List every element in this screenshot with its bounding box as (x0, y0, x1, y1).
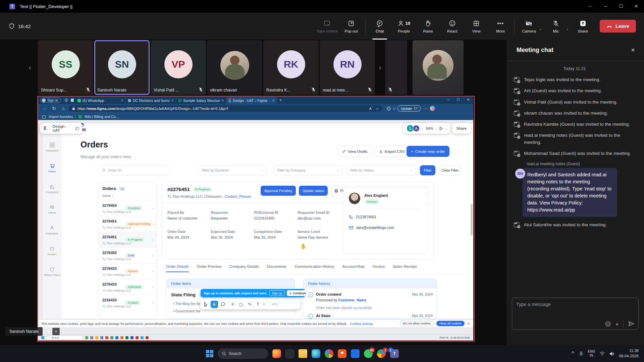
create-new-order-button[interactable]: + Create new order (407, 146, 449, 157)
refresh-icon[interactable]: ↻ (50, 106, 58, 111)
chrome-profile-icon[interactable]: 1 (377, 349, 386, 358)
collaborator-avatar[interactable]: A (413, 125, 420, 132)
figma-menu-chevron-icon[interactable]: ⌄ (48, 127, 51, 130)
app-icon[interactable] (146, 336, 149, 339)
tab-order-details[interactable]: Order Details (166, 264, 189, 272)
video-tile[interactable]: RK Ravindra K... (263, 40, 319, 95)
app-icon[interactable] (130, 336, 133, 339)
app-icon[interactable] (136, 336, 139, 339)
allow-cookies-button[interactable]: Allow all cookies (436, 321, 465, 326)
sidebar-item-dashboard[interactable]: Dashboard (43, 142, 61, 163)
avatars-chevron-icon[interactable]: ⌄ (422, 127, 424, 130)
browser-menu-icon[interactable]: ⋯ (423, 106, 427, 111)
present-chevron-icon[interactable]: ⌄ (445, 127, 447, 130)
browser-close-button[interactable]: ✕ (463, 97, 473, 103)
people-button[interactable]: 10 People (392, 13, 416, 40)
contact-person-link[interactable]: Contact_Person. (225, 194, 252, 198)
window-close-button[interactable]: ✕ (629, 0, 644, 13)
whatsapp-icon[interactable]: 81 (364, 349, 373, 358)
vscode-icon[interactable] (351, 349, 360, 358)
attach-plus-icon[interactable]: + (615, 321, 619, 327)
zoom-level[interactable]: 94% (426, 126, 433, 130)
collaborator-avatar[interactable]: S (407, 125, 414, 132)
app-icon[interactable] (100, 336, 103, 339)
tray-chevron-icon[interactable]: ^ (572, 351, 574, 357)
frame-tool-icon[interactable]: #⌄ (231, 302, 236, 307)
figma-toolbar-pill[interactable]: ⌄ Design - UAT (40, 123, 83, 134)
google-continue-button[interactable]: GContinue (287, 290, 308, 296)
mini-search[interactable]: ⌕ Search (46, 336, 83, 340)
tab-account-rep[interactable]: Account Rep (342, 264, 365, 272)
start-icon[interactable] (41, 336, 44, 339)
spotlight-tile[interactable] (413, 40, 464, 95)
filter-apply-button[interactable]: Filter (420, 165, 435, 175)
order-list-item[interactable]: 2276433TL Flex Holdings LLCSubmitted› (99, 279, 156, 295)
browser-tab-active[interactable]: Design - UAT – Figma✕ (226, 97, 277, 104)
firefox-icon[interactable] (272, 349, 281, 358)
react-button[interactable]: React (440, 13, 464, 40)
browser-profile-button[interactable]: Sign in (41, 98, 61, 103)
sidebar-item-companies[interactable]: Companies (43, 184, 61, 205)
order-id-search-input[interactable]: Order ID (99, 165, 170, 175)
window-minimize-button[interactable]: ─ (598, 0, 613, 13)
back-icon[interactable]: ← (41, 106, 49, 111)
hand-tool-icon[interactable]: ✋ (211, 301, 218, 308)
video-tile[interactable]: vikram chavan (207, 40, 262, 95)
read-aloud-icon[interactable]: A⌃ (369, 106, 374, 111)
sidebar-item-clients[interactable]: Clients (43, 205, 61, 226)
app-icon[interactable] (115, 336, 118, 339)
mic-button[interactable]: Mic (544, 19, 568, 33)
tab-close-icon[interactable]: ✕ (222, 99, 224, 102)
tiles-scroll-left-icon[interactable]: ‹ (26, 60, 34, 75)
pop-out-button[interactable]: Pop out (339, 13, 363, 40)
chat-input[interactable] (516, 302, 634, 307)
app-icon[interactable] (285, 349, 294, 358)
home-icon[interactable]: ⌂ (59, 106, 67, 111)
chat-input-box[interactable]: + (512, 298, 639, 330)
contact-email[interactable]: alex@vstatefilings.com (356, 226, 394, 230)
approval-pending-button[interactable]: Approval Pending (261, 186, 296, 196)
order-list-item[interactable]: 2216433TL Flex Holdings LLCCreated› (99, 295, 156, 310)
view-drafts-button[interactable]: View Drafts (338, 146, 372, 157)
app-icon[interactable] (110, 336, 113, 339)
sidebar-item-vendors[interactable]: Vendors (43, 246, 61, 267)
chat-close-icon[interactable]: ✕ (631, 47, 635, 53)
filter-company-select[interactable]: Filter by Company⌄ (273, 165, 343, 175)
bookmark-bills[interactable]: Bills | Billing and Co... (85, 115, 118, 119)
filter-clear-button[interactable]: Clear Filter (439, 165, 461, 175)
address-bar[interactable]: https://www.figma.com/design/9BKQ0FOHRWa… (69, 105, 382, 112)
app-icon[interactable] (95, 336, 98, 339)
zoom-chevron-icon[interactable]: ⌄ (435, 127, 438, 130)
window-more-icon[interactable]: ⋯ (582, 0, 598, 13)
sidebar-item-refresh-token[interactable]: Refresh Token (43, 267, 61, 288)
browser-maximize-button[interactable]: ☐ (453, 97, 463, 103)
actions-tool-icon[interactable]: ⁘ (262, 302, 266, 307)
sidebar-item-employees[interactable]: Employees (43, 226, 61, 246)
more-button[interactable]: ••• More (488, 13, 513, 40)
browser-tab[interactable]: (6) WhatsApp✕ (75, 97, 126, 104)
app-icon[interactable] (85, 336, 88, 339)
export-csv-button[interactable]: Export CSV (375, 146, 409, 157)
share-button[interactable]: Share (571, 13, 595, 40)
shape-tool-icon[interactable]: ▢⌄ (239, 302, 245, 307)
update-status-button[interactable]: Update status (299, 186, 328, 196)
order-list-item[interactable]: 2279451TL Flex Holdings LLCApproval Pend… (99, 216, 156, 232)
app-icon[interactable] (120, 336, 123, 339)
order-list-item-selected[interactable]: 2276451TL Flex Holdings LLCIn Progress› (99, 232, 156, 247)
sign-up-button[interactable]: Sign up (269, 290, 285, 296)
tab-company-details[interactable]: Company Details (229, 264, 259, 272)
tiles-scroll-right-icon[interactable]: › (376, 60, 384, 75)
browser-tab[interactable]: DC Divisions and Surroundings✕ (126, 97, 176, 104)
tab-order-preview[interactable]: Order Preview (197, 264, 222, 272)
new-tab-button[interactable]: + (279, 98, 282, 103)
copilot-icon[interactable] (430, 106, 435, 111)
video-tile-partial[interactable] (385, 40, 407, 95)
tab-sales-receipt[interactable]: Sales Receipt (393, 264, 417, 272)
taskbar-search[interactable]: Search (218, 349, 268, 359)
file-explorer-icon[interactable] (299, 349, 307, 358)
order-list-item[interactable]: 2279454TL Flex Holdings LLCComplete› (99, 200, 156, 216)
window-maximize-button[interactable]: ☐ (613, 0, 629, 13)
camera-button[interactable]: Camera (517, 19, 541, 33)
video-tile[interactable]: SS Shivani Sup... (38, 40, 93, 95)
text-tool-icon[interactable]: T (257, 302, 259, 307)
